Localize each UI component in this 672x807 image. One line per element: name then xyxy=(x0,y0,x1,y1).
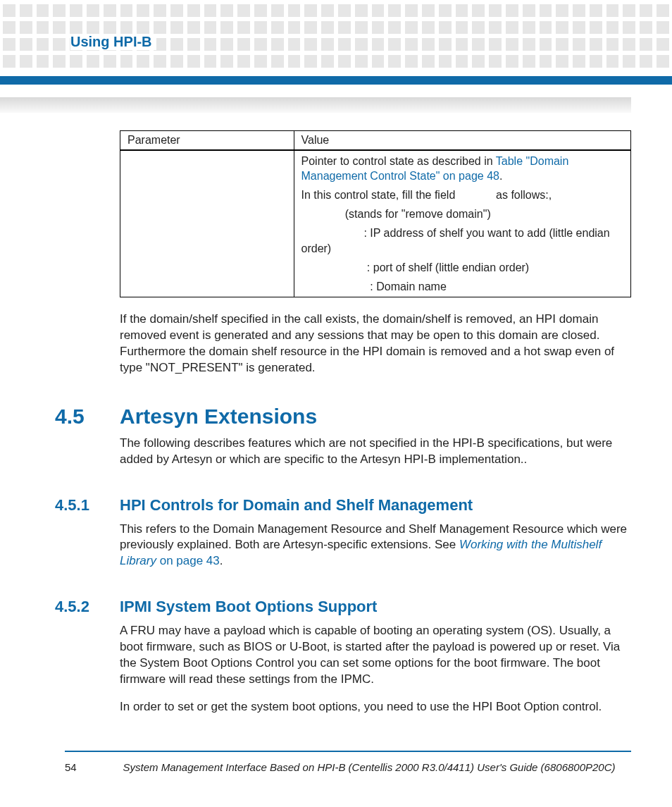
table-header-parameter: Parameter xyxy=(120,131,294,151)
post-table-paragraph: If the domain/shelf specified in the cal… xyxy=(120,312,631,376)
decor-dots-row-4 xyxy=(0,55,672,68)
section-4-5-1-body: This refers to the Domain Management Res… xyxy=(120,522,631,570)
section-4-5-2-body-1: A FRU may have a payload which is capabl… xyxy=(120,623,631,688)
page: Using HPI-B Parameter Value Pointer to c… xyxy=(0,0,672,807)
decor-dots-row-2 xyxy=(0,21,672,34)
running-header: Using HPI-B xyxy=(70,34,156,50)
section-title: IPMI System Boot Options Support xyxy=(120,598,377,616)
section-number: 4.5.2 xyxy=(55,598,120,616)
footer-rule xyxy=(65,751,631,752)
header-blue-rule xyxy=(0,76,672,85)
footer-text: System Management Interface Based on HPI… xyxy=(107,761,631,773)
parameters-table: Parameter Value Pointer to control state… xyxy=(120,130,631,297)
section-number: 4.5.1 xyxy=(55,496,120,515)
section-title: HPI Controls for Domain and Shelf Manage… xyxy=(120,496,473,515)
table-cell-value: Pointer to control state as described in… xyxy=(294,150,631,297)
page-number: 54 xyxy=(65,761,107,773)
section-4-5-body: The following describes features which a… xyxy=(120,436,631,468)
table-value-line5: : port of shelf (little endian order) xyxy=(301,260,624,275)
section-number: 4.5 xyxy=(55,405,120,429)
section-4-5-heading: 4.5 Artesyn Extensions xyxy=(120,405,631,429)
footer: 54 System Management Interface Based on … xyxy=(65,761,631,773)
xref-multishelf-library-page[interactable]: on page 43 xyxy=(156,554,220,567)
table-cell-parameter xyxy=(120,150,294,297)
section-4-5-2-heading: 4.5.2 IPMI System Boot Options Support xyxy=(120,598,631,616)
text: . xyxy=(499,170,502,182)
text: Pointer to control state as described in xyxy=(301,155,496,167)
header-gradient xyxy=(0,97,631,113)
table-value-line2: In this control state, fill the field as… xyxy=(301,187,624,202)
table-header-value: Value xyxy=(294,131,631,151)
decor-dots-row-1 xyxy=(0,4,672,17)
content-area: Parameter Value Pointer to control state… xyxy=(120,130,631,715)
table-value-line3: (stands for "remove domain") xyxy=(301,207,624,221)
section-title: Artesyn Extensions xyxy=(120,405,317,429)
table-value-line4: : IP address of shelf you want to add (l… xyxy=(301,226,624,255)
table-value-line6: : Domain name xyxy=(301,279,624,294)
section-4-5-2-body-2: In order to set or get the system boot o… xyxy=(120,699,631,715)
text: . xyxy=(220,554,223,567)
section-4-5-1-heading: 4.5.1 HPI Controls for Domain and Shelf … xyxy=(120,496,631,515)
table-value-line1: Pointer to control state as described in… xyxy=(301,154,624,183)
